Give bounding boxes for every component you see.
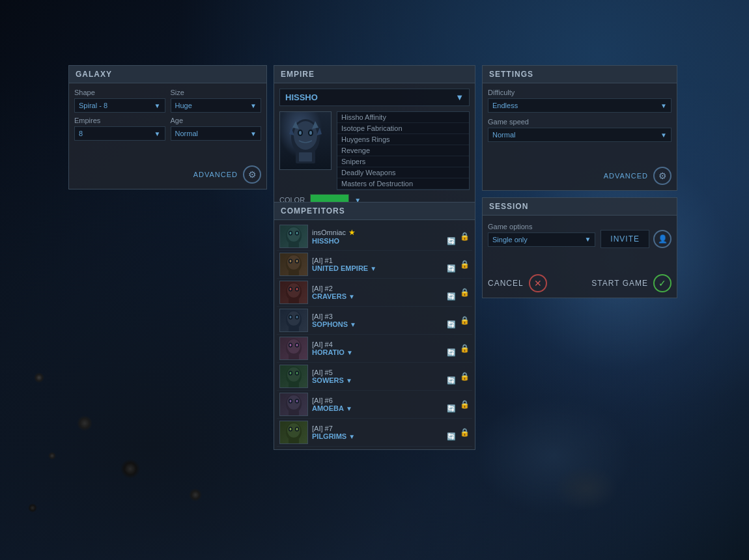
empire-dropdown-1[interactable]: ▼ [370, 265, 376, 272]
competitor-name-5: [AI] #5 [312, 369, 456, 376]
empires-arrow-icon: ▼ [154, 130, 161, 137]
lock-icon-2[interactable]: 🔒 [460, 288, 470, 297]
empires-select[interactable]: 8 ▼ [74, 126, 165, 141]
trait-item: Masters of Destruction [337, 178, 469, 189]
svg-point-5 [309, 131, 312, 135]
empire-dropdown-6[interactable]: ▼ [346, 405, 352, 412]
refresh-icon-3[interactable]: 🔄 [447, 320, 456, 329]
lock-icon-7[interactable]: 🔒 [460, 428, 470, 437]
competitor-avatar-7 [279, 421, 308, 444]
empire-traits-list: Hissho AffinityIsotope FabricationHuygen… [337, 111, 470, 190]
svg-rect-42 [289, 355, 299, 359]
refresh-icon-2[interactable]: 🔄 [447, 292, 456, 301]
age-arrow-icon: ▼ [250, 130, 257, 137]
empire-arrow-icon: ▼ [455, 92, 464, 102]
difficulty-field: Difficulty Endless ▼ [488, 89, 671, 113]
trait-item: Snipers [337, 156, 469, 167]
start-game-button[interactable]: START GAME ✓ [591, 274, 671, 292]
empire-select-3[interactable]: SOPHONS ▼ [312, 320, 356, 328]
competitor-portrait-2 [281, 281, 307, 303]
lock-icon-1[interactable]: 🔒 [460, 260, 470, 269]
competitor-name-7: [AI] #7 [312, 425, 456, 432]
galaxy-gear-icon[interactable]: ⚙ [243, 165, 261, 184]
bottom-buttons: CANCEL ✕ START GAME ✓ [488, 274, 671, 292]
lock-icon-4[interactable]: 🔒 [460, 344, 470, 353]
start-game-label: START GAME [591, 279, 648, 288]
competitor-portrait-7 [281, 421, 307, 443]
lock-icon-6[interactable]: 🔒 [460, 400, 470, 409]
svg-point-34 [296, 316, 298, 318]
refresh-icon-7[interactable]: 🔄 [447, 432, 456, 441]
session-person-icon[interactable]: 👤 [653, 230, 671, 248]
cancel-button[interactable]: CANCEL ✕ [488, 274, 547, 292]
size-value: Huge [175, 102, 192, 109]
competitor-avatar-5 [279, 365, 308, 388]
competitors-header: COMPETITORS [274, 203, 475, 220]
svg-rect-49 [289, 383, 299, 387]
trait-item: Isotope Fabrication [337, 123, 469, 134]
difficulty-select[interactable]: Endless ▼ [488, 98, 671, 113]
competitor-portrait-1 [281, 253, 307, 275]
empire-select-5[interactable]: SOWERS ▼ [312, 376, 352, 384]
game-options-arrow-icon: ▼ [584, 236, 591, 243]
empire-select-6[interactable]: AMOEBA ▼ [312, 404, 352, 412]
shape-select[interactable]: Spiral - 8 ▼ [74, 98, 165, 113]
empire-select-7[interactable]: PILGRIMS ▼ [312, 432, 355, 440]
competitor-row: [AI] #3 SOPHONS ▼ 🔄 🔒 [277, 307, 472, 335]
empire-select[interactable]: HISSHO ▼ [279, 89, 470, 106]
session-header: SESSION [483, 198, 677, 216]
refresh-icon-4[interactable]: 🔄 [447, 348, 456, 357]
competitor-row: [AI] #6 AMOEBA ▼ 🔄 🔒 [277, 391, 472, 419]
game-speed-select[interactable]: Normal ▼ [488, 128, 671, 142]
competitor-info-3: [AI] #3 SOPHONS ▼ 🔄 [312, 313, 456, 329]
competitor-avatar-3 [279, 309, 308, 332]
refresh-icon-0[interactable]: 🔄 [447, 237, 456, 245]
hissho-portrait [283, 115, 328, 167]
game-options-select[interactable]: Single only ▼ [488, 232, 595, 247]
age-select[interactable]: Normal ▼ [171, 126, 262, 141]
settings-advanced-button[interactable]: ADVANCED [604, 172, 648, 180]
galaxy-advanced-button[interactable]: ADVANCED [193, 171, 238, 178]
game-options-value: Single only [492, 236, 528, 244]
svg-point-61 [290, 428, 292, 430]
competitor-info-6: [AI] #6 AMOEBA ▼ 🔄 [312, 397, 456, 413]
competitor-row: [AI] #7 PILGRIMS ▼ 🔄 🔒 [277, 419, 472, 447]
settings-gear-icon[interactable]: ⚙ [653, 167, 671, 185]
competitor-avatar-4 [279, 337, 308, 360]
empire-dropdown-2[interactable]: ▼ [348, 293, 355, 300]
competitors-panel: COMPETITORS insOmniac ★ HISSHO [274, 202, 475, 450]
svg-rect-14 [289, 243, 299, 247]
empire-dropdown-5[interactable]: ▼ [346, 377, 352, 384]
lock-icon-5[interactable]: 🔒 [460, 372, 470, 381]
svg-point-20 [296, 260, 298, 262]
svg-point-62 [296, 428, 298, 430]
size-label: Size [171, 89, 262, 96]
game-speed-field: Game speed Normal ▼ [488, 118, 671, 142]
empire-select-1[interactable]: UNITED EMPIRE ▼ [312, 264, 376, 272]
competitor-name-0: insOmniac ★ [312, 228, 456, 237]
game-options-label: Game options [488, 223, 595, 231]
svg-point-55 [296, 400, 298, 402]
empire-select-2[interactable]: CRAVERS ▼ [312, 292, 355, 300]
empire-dropdown-3[interactable]: ▼ [350, 321, 356, 328]
empire-dropdown-7[interactable]: ▼ [348, 433, 355, 440]
empire-avatar [279, 111, 332, 170]
lock-icon-3[interactable]: 🔒 [460, 316, 470, 325]
settings-header: SETTINGS [483, 66, 677, 83]
empire-dropdown-4[interactable]: ▼ [346, 349, 353, 356]
svg-rect-56 [289, 411, 299, 415]
competitors-section: COMPETITORS insOmniac ★ HISSHO [274, 202, 475, 450]
empire-select-4[interactable]: HORATIO ▼ [312, 348, 353, 356]
empire-content: Hissho AffinityIsotope FabricationHuygen… [279, 111, 470, 190]
competitor-info-4: [AI] #4 HORATIO ▼ 🔄 [312, 341, 456, 357]
refresh-icon-5[interactable]: 🔄 [447, 376, 456, 385]
competitor-avatar-0 [279, 225, 308, 248]
cancel-icon: ✕ [529, 274, 547, 292]
invite-button[interactable]: INVITE [601, 230, 649, 248]
lock-icon-0[interactable]: 🔒 [460, 232, 470, 241]
refresh-icon-6[interactable]: 🔄 [447, 404, 456, 413]
refresh-icon-1[interactable]: 🔄 [447, 264, 456, 273]
size-select[interactable]: Huge ▼ [171, 98, 262, 113]
session-panel: SESSION Game options Single only ▼ INVIT… [482, 197, 677, 298]
empires-value: 8 [79, 130, 83, 137]
